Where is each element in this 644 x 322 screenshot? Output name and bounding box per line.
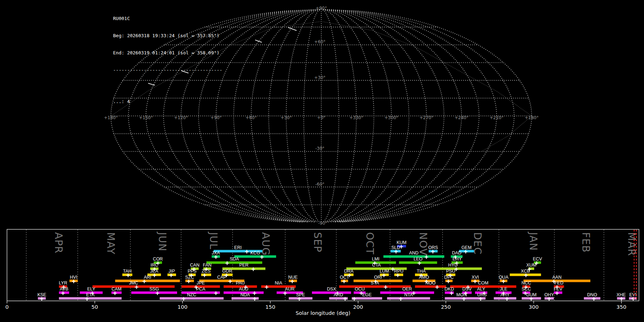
shower-label-AVB: AVB — [60, 287, 68, 292]
month-label-nov: NOV — [417, 232, 429, 256]
x-axis-title: Solar longitude (deg) — [296, 310, 350, 316]
shower-label-AAN: AAN — [552, 275, 562, 280]
shower-label-THA: THA — [417, 269, 426, 274]
shower-bar-EGE — [352, 297, 382, 300]
shower-label-KCG: KCG — [250, 250, 260, 255]
shower-label-HVI: HVI — [70, 275, 77, 280]
shower-label-KUM: KUM — [396, 240, 406, 245]
shower-label-FED: FED — [555, 280, 564, 286]
shower-label-CTA: CTA — [372, 263, 381, 268]
longitude-label: +30° — [280, 115, 292, 120]
shower-label-AND: AND — [409, 250, 418, 255]
shower-label-AMO: AMO — [419, 275, 429, 280]
shower-label-XUM: XUM — [526, 263, 536, 268]
month-label-jun: JUN — [156, 231, 168, 252]
shower-bar-SSG — [131, 292, 177, 294]
longitude-label: +210° — [490, 115, 504, 120]
station-id: RU001C — [113, 16, 222, 21]
month-label-may: MAY — [105, 232, 117, 255]
month-label-sep: SEP — [312, 232, 323, 253]
shower-bar-SDA — [206, 262, 262, 264]
shower-label-AHY: AHY — [501, 292, 510, 297]
shower-label-ARD: ARD — [334, 292, 343, 297]
shower-label-ORI: ORI — [374, 275, 382, 280]
x-axis-tick-label: 150 — [265, 304, 275, 310]
shower-label-DSV: DSV — [462, 287, 472, 292]
shower-label-PSU: PSU — [446, 269, 455, 274]
shower-bar-STA — [339, 286, 411, 288]
shower-label-PCA: PCA — [196, 287, 205, 292]
shower-label-OER: OER — [402, 287, 412, 292]
longitude-label: +120° — [174, 115, 188, 120]
shower-label-SLD: SLD — [391, 245, 400, 250]
shower-label-DRA: DRA — [344, 269, 354, 274]
longitude-label: +180° — [104, 115, 118, 120]
latitude-label: -60° — [315, 182, 325, 187]
x-axis-tick-label: 300 — [529, 304, 539, 310]
shower-label-XVI: XVI — [472, 275, 479, 280]
shower-label-NTA: NTA — [404, 292, 413, 297]
shower-bar-NOO — [415, 286, 446, 288]
shower-bar-ETA — [59, 297, 122, 300]
x-axis-tick-label: 100 — [177, 304, 187, 310]
meridian-line — [269, 9, 321, 222]
pole-label-south: -90° — [318, 221, 327, 226]
shower-label-LYR: LYR — [59, 280, 67, 286]
shower-label-URS: URS — [477, 292, 487, 297]
shower-bar-MON — [445, 297, 478, 300]
shower-label-HYD: HYD — [448, 263, 458, 268]
shower-label-PAU: PAU — [236, 280, 245, 286]
shower-label-NUE: NUE — [288, 275, 297, 280]
shower-label-ALY: ALY — [477, 287, 486, 292]
activity-timeline-chart: APRMAYJUNJULAUGSEPOCTNOVDECJANFEBMARKUME… — [5, 229, 639, 316]
longitude-label: +270° — [420, 115, 434, 120]
shower-label-PER: PER — [239, 263, 249, 268]
shower-label-OCT: OCT — [340, 275, 350, 280]
x-axis-tick-label: 250 — [441, 304, 451, 310]
shower-label-ZCS: ZCS — [202, 269, 211, 274]
shower-label-ELY: ELY — [87, 287, 96, 292]
shower-label-NZC: NZC — [187, 292, 196, 297]
shower-label-OHY: OHY — [544, 292, 554, 297]
app-window: +90°-90°+60°+30°-30°-60°+180°+150°+120°+… — [0, 0, 644, 322]
shower-label-STA: STA — [371, 280, 379, 286]
shower-label-CAP: CAP — [217, 275, 226, 280]
shower-bar-NTA — [387, 297, 430, 300]
month-label-feb: FEB — [580, 232, 592, 253]
plot-canvas: +90°-90°+60°+30°-30°-60°+180°+150°+120°+… — [0, 0, 644, 322]
shower-label-XHE: XHE — [616, 292, 626, 297]
longitude-label: +0° — [317, 115, 326, 120]
shower-bar-DSX — [312, 292, 351, 294]
shower-label-COR: COR — [153, 257, 163, 262]
shower-label-COM: COM — [478, 280, 488, 286]
shower-label-IRC: IRC — [151, 263, 158, 268]
pole-label-north: +90° — [316, 6, 327, 11]
shower-bar-NZC — [160, 297, 224, 300]
end-time-line: End: 20260319 01:24:01 (sol = 358.09°) — [113, 50, 222, 56]
shower-label-JIP: JIP — [169, 269, 175, 274]
shower-bar-AHY — [494, 297, 516, 300]
latitude-label: +60° — [314, 39, 325, 44]
shower-label-GDR: GDR — [222, 269, 232, 274]
shower-label-DSX: DSX — [327, 287, 336, 292]
meteor-count-line: ...: 4 — [113, 99, 222, 104]
shower-bar-ARI — [115, 280, 180, 282]
longitude-label: +90° — [210, 115, 221, 120]
latitude-label: +30° — [314, 75, 325, 80]
shower-label-SPE: SPE — [296, 292, 305, 297]
shower-label-ETA: ETA — [86, 292, 95, 297]
shower-label-DKD: DKD — [445, 287, 454, 292]
month-label-jan: JAN — [527, 231, 539, 251]
shower-label-SDA: SDA — [230, 257, 239, 262]
longitude-label: +300° — [385, 115, 399, 120]
shower-label-SZC: SZC — [185, 275, 194, 280]
shower-label-XCB: XCB — [521, 269, 530, 274]
longitude-label: +240° — [455, 115, 469, 120]
shower-label-SSG: SSG — [150, 287, 159, 292]
month-label-oct: OCT — [364, 232, 376, 255]
shower-label-DNO: DNO — [587, 292, 597, 297]
month-label-mar: MAR — [626, 232, 638, 256]
month-label-jul: JUL — [208, 231, 219, 250]
shower-label-OCU: OCU — [355, 287, 365, 292]
longitude-label: +150° — [139, 115, 153, 120]
